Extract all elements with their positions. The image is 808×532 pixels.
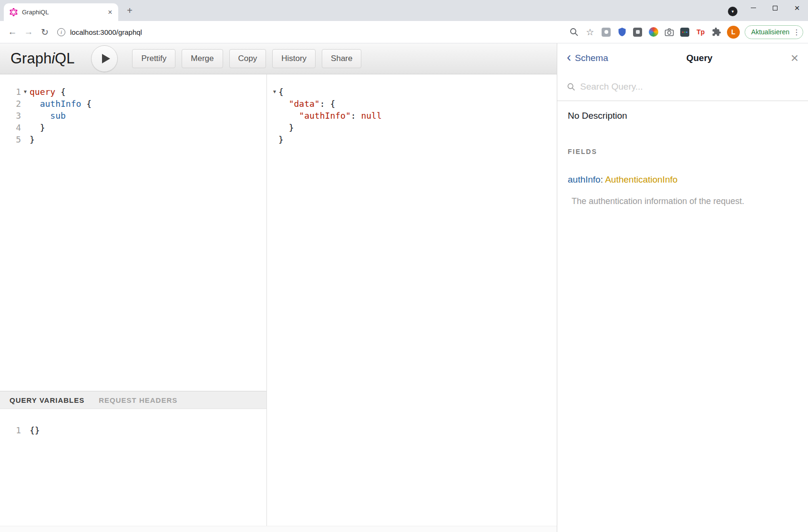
bookmark-star-icon[interactable]: ☆ (584, 26, 596, 38)
line-number: 1 (0, 86, 21, 98)
browser-update-button[interactable]: Aktualisieren ⋮ (745, 25, 803, 39)
forward-button[interactable]: → (22, 25, 35, 39)
window-controls: × (742, 0, 808, 16)
doc-close-icon[interactable]: × (791, 51, 798, 65)
share-button[interactable]: Share (322, 49, 361, 68)
maximize-button[interactable] (764, 0, 786, 16)
zoom-icon[interactable] (568, 26, 580, 38)
code-line: "authInfo": null (267, 110, 557, 122)
window-close-button[interactable]: × (786, 0, 808, 16)
camera-extension-icon[interactable] (664, 26, 675, 38)
doc-back-button[interactable]: ‹Schema (567, 53, 608, 64)
graphiql-main: GraphiQL Prettify Merge Copy History Sha… (0, 43, 557, 532)
reload-button[interactable]: ↻ (38, 25, 51, 39)
token-whitespace (30, 99, 40, 109)
site-info-icon[interactable]: i (57, 28, 65, 36)
line-number: 5 (0, 133, 21, 145)
doc-explorer: ‹Schema Query × No Description FIELDS au… (557, 43, 808, 532)
tab-close-icon[interactable]: × (106, 8, 114, 17)
token-punctuation: : { (320, 99, 336, 109)
field-separator: : (601, 174, 605, 184)
graphiql-logo: GraphiQL (10, 50, 74, 67)
tab-title: GraphiQL (22, 9, 106, 16)
token-field: sub (50, 111, 66, 121)
query-editor-pane: 1 ▾ query { 2 authInfo { 3 sub (0, 74, 267, 526)
code-line: 1 ▾ query { (0, 86, 266, 98)
token-punctuation: {} (30, 425, 40, 435)
copy-button[interactable]: Copy (229, 49, 266, 68)
dark-square-extension-icon[interactable] (632, 26, 644, 38)
variables-editor[interactable]: 1 {} (0, 409, 266, 526)
chevron-left-icon: ‹ (567, 51, 571, 64)
horizontal-scrollbar[interactable] (0, 526, 557, 532)
tab-query-variables[interactable]: QUERY VARIABLES (10, 396, 84, 404)
browser-address-bar: ← → ↻ i localhost:3000/graphql ☆ Tp (0, 21, 808, 43)
token-punctuation: } (278, 134, 284, 144)
code-line: 4 } (0, 122, 266, 133)
fold-arrow-icon[interactable]: ▾ (21, 86, 30, 98)
tab-request-headers[interactable]: REQUEST HEADERS (99, 396, 177, 404)
new-tab-button[interactable]: + (123, 4, 136, 17)
field-name-link[interactable]: authInfo (568, 174, 601, 184)
line-number: 1 (0, 424, 21, 436)
doc-search-input[interactable] (580, 82, 798, 92)
prettify-button[interactable]: Prettify (132, 49, 175, 68)
fold-arrow-icon[interactable]: ▾ (271, 86, 278, 98)
merge-button[interactable]: Merge (182, 49, 223, 68)
token-keyword: query (30, 87, 55, 97)
window-close-icon: × (794, 3, 799, 12)
graphiql-container: GraphiQL Prettify Merge Copy History Sha… (0, 43, 808, 532)
doc-explorer-body: No Description FIELDS authInfo: Authenti… (557, 101, 808, 216)
field-row: authInfo: AuthenticationInfo (568, 174, 798, 185)
token-whitespace (278, 99, 289, 109)
code-line: } (267, 133, 557, 145)
token-punctuation: : (351, 111, 361, 121)
tab-search-icon[interactable]: ▾ (728, 7, 737, 16)
token-null-value: null (361, 111, 381, 121)
token-punctuation: } (30, 134, 35, 144)
line-number: 4 (0, 122, 21, 133)
update-button-label: Aktualisieren (751, 28, 789, 36)
minimize-button[interactable] (742, 0, 764, 16)
doc-explorer-header: ‹Schema Query × (557, 43, 808, 73)
doc-explorer-title: Query (608, 53, 791, 63)
address-bar-right-cluster: ☆ Tp L Aktualisieren ⋮ (564, 25, 803, 39)
back-button[interactable]: ← (6, 25, 19, 39)
history-button[interactable]: History (272, 49, 316, 68)
token-whitespace (30, 111, 50, 121)
graphql-logo-icon (10, 8, 18, 16)
search-icon (567, 82, 575, 91)
gray-badge-extension-icon[interactable] (601, 26, 612, 38)
token-punctuation: { (55, 87, 66, 97)
no-description-text: No Description (568, 111, 798, 121)
url-text[interactable]: localhost:3000/graphql (70, 28, 142, 36)
code-line: ▾ { (267, 86, 557, 98)
code-line: "data": { (267, 98, 557, 110)
multicolor-circle-extension-icon[interactable] (648, 26, 659, 38)
fields-heading: FIELDS (568, 148, 798, 155)
extensions-puzzle-icon[interactable] (711, 26, 722, 38)
field-type-link[interactable]: AuthenticationInfo (605, 174, 677, 184)
field-description: The authentication information of the re… (572, 196, 798, 206)
blue-shield-extension-icon[interactable] (616, 26, 628, 38)
code-line: 5 } (0, 133, 266, 145)
line-number: 3 (0, 110, 21, 122)
navy-square-extension-icon[interactable] (679, 26, 691, 38)
doc-search-row (557, 73, 808, 101)
variables-panel-header: QUERY VARIABLES REQUEST HEADERS (0, 391, 266, 409)
profile-avatar[interactable]: L (727, 26, 740, 39)
kebab-menu-icon[interactable]: ⋮ (793, 28, 799, 37)
doc-back-label: Schema (575, 53, 608, 63)
token-whitespace (278, 111, 299, 121)
browser-tab-strip: GraphiQL × + ▾ × (0, 0, 808, 21)
code-line: 2 authInfo { (0, 98, 266, 110)
result-viewer: ▾ { "data": { "authInfo": null } (267, 74, 557, 526)
execute-query-button[interactable] (91, 45, 118, 72)
query-editor[interactable]: 1 ▾ query { 2 authInfo { 3 sub (0, 74, 266, 391)
line-number: 2 (0, 98, 21, 110)
browser-tab[interactable]: GraphiQL × (4, 3, 118, 21)
token-punctuation: { (81, 99, 92, 109)
code-line: 3 sub (0, 110, 266, 122)
tp-extension-icon[interactable]: Tp (695, 26, 706, 38)
code-line: 1 {} (0, 424, 266, 436)
